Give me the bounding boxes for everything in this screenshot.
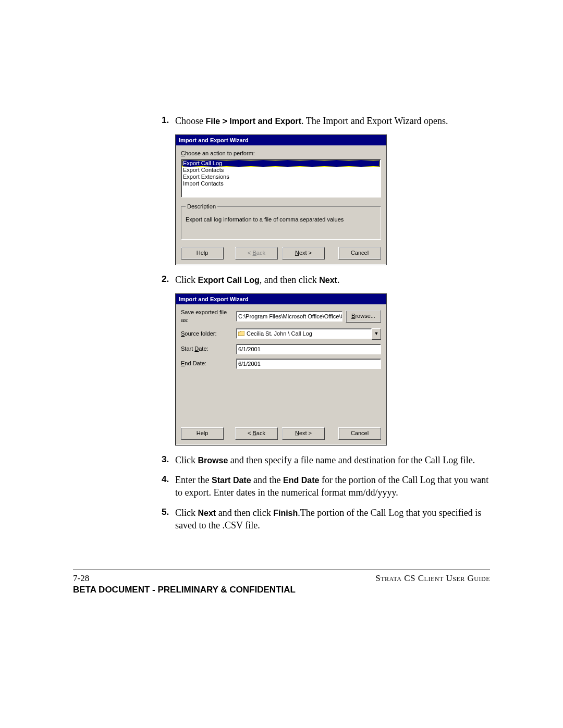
help-button[interactable]: Help	[181, 427, 224, 440]
step-4: 4. Enter the Start Date and the End Date…	[162, 474, 495, 499]
step-body: Enter the Start Date and the End Date fo…	[175, 474, 495, 499]
step-3: 3. Click Browse and then specify a file …	[162, 454, 495, 466]
source-folder-combo[interactable]: Cecilia St. John \ Call Log ▼	[236, 328, 381, 340]
step-number: 5.	[162, 507, 175, 532]
dialog-button-row: Help < Back Next > Cancel	[181, 427, 381, 440]
import-export-wizard-dialog-1: Import and Export Wizard Choose an actio…	[175, 134, 387, 265]
page: 1. Choose File > Import and Export. The …	[0, 0, 563, 728]
dialog-titlebar: Import and Export Wizard	[176, 294, 386, 304]
list-item-export-contacts[interactable]: Export Contacts	[182, 167, 380, 174]
description-legend: Description	[186, 203, 217, 211]
screenshot-1-container: Import and Export Wizard Choose an actio…	[162, 134, 495, 265]
step-1: 1. Choose File > Import and Export. The …	[162, 115, 495, 127]
start-date-input[interactable]: 6/1/2001	[236, 344, 381, 354]
save-file-label: Save exported file as:	[181, 309, 233, 324]
source-folder-label: Source folder:	[181, 330, 233, 338]
end-date-label: End Date:	[181, 360, 233, 367]
action-listbox[interactable]: Export Call Log Export Contacts Export E…	[181, 159, 381, 198]
step-2: 2. Click Export Call Log, and then click…	[162, 274, 495, 286]
dialog-titlebar: Import and Export Wizard	[176, 135, 386, 145]
source-folder-row: Source folder: Cecilia St. John \ Call L…	[181, 328, 381, 340]
list-item-export-extensions[interactable]: Export Extensions	[182, 174, 380, 180]
step-body: Choose File > Import and Export. The Imp…	[175, 115, 495, 127]
list-item-export-call-log[interactable]: Export Call Log	[182, 160, 380, 167]
folder-icon	[238, 331, 244, 336]
dropdown-button[interactable]: ▼	[372, 328, 381, 340]
cancel-button[interactable]: Cancel	[338, 247, 381, 260]
step-number: 3.	[162, 454, 175, 466]
confidential-notice: BETA DOCUMENT - PRELIMINARY & CONFIDENTI…	[73, 585, 490, 595]
back-button: < Back	[235, 247, 278, 260]
step-body: Click Next and then click Finish.The por…	[175, 507, 495, 532]
next-button[interactable]: Next >	[282, 247, 325, 260]
description-text: Export call log information to a file of…	[186, 216, 376, 224]
step-number: 1.	[162, 115, 175, 127]
end-date-row: End Date: 6/1/2001	[181, 359, 381, 369]
page-footer: 7-28 Strata CS Client User Guide BETA DO…	[73, 570, 490, 595]
step-number: 4.	[162, 474, 175, 499]
dialog-button-row: Help < Back Next > Cancel	[181, 247, 381, 260]
import-export-wizard-dialog-2: Import and Export Wizard Save exported f…	[175, 293, 387, 446]
end-date-input[interactable]: 6/1/2001	[236, 359, 381, 369]
save-file-row: Save exported file as: C:\Program Files\…	[181, 309, 381, 324]
browse-button[interactable]: Browse...	[346, 310, 381, 323]
screenshot-2-container: Import and Export Wizard Save exported f…	[162, 293, 495, 446]
step-5: 5. Click Next and then click Finish.The …	[162, 507, 495, 532]
guide-title: Strata CS Client User Guide	[375, 573, 490, 584]
step-body: Click Export Call Log, and then click Ne…	[175, 274, 495, 286]
cancel-button[interactable]: Cancel	[338, 427, 381, 440]
next-button[interactable]: Next >	[282, 427, 325, 440]
description-group: Description Export call log information …	[181, 203, 381, 240]
page-number: 7-28	[73, 573, 89, 584]
choose-action-label: Choose an action to perform:	[181, 150, 381, 157]
start-date-label: Start Date:	[181, 345, 233, 353]
step-body: Click Browse and then specify a file nam…	[175, 454, 495, 466]
content-column: 1. Choose File > Import and Export. The …	[162, 115, 495, 539]
step-number: 2.	[162, 274, 175, 286]
back-button[interactable]: < Back	[235, 427, 278, 440]
help-button[interactable]: Help	[181, 247, 224, 260]
list-item-import-contacts[interactable]: Import Contacts	[182, 180, 380, 187]
start-date-row: Start Date: 6/1/2001	[181, 344, 381, 354]
steps-list: 1. Choose File > Import and Export. The …	[162, 115, 495, 532]
save-file-input[interactable]: C:\Program Files\Microsoft Office\Office…	[236, 311, 342, 322]
